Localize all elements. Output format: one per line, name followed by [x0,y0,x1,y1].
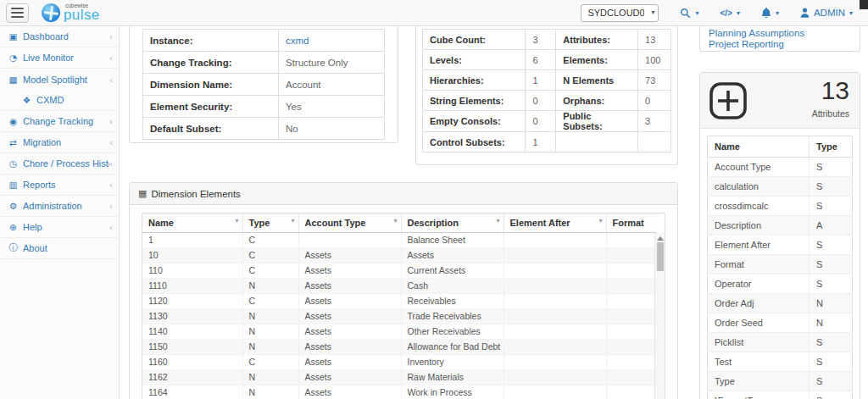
chevron-left-icon: ‹ [109,180,113,190]
element-row[interactable]: 1 C Balance Sheet [142,232,656,247]
element-description: Cash [401,278,504,293]
chevron-down-icon: ▾ [849,9,853,17]
chevron-down-icon: ▾ [776,9,779,17]
stat-value: 1 [526,132,556,152]
element-row[interactable]: 1150 N Assets Allowance for Bad Debt [142,339,656,354]
attribute-type: S [810,177,853,197]
attribute-name: Test [708,352,810,372]
stats-row: Levels: 6 Elements: 100 [423,50,671,70]
chevron-down-icon[interactable]: ▾ [235,217,238,224]
hamburger-menu-button[interactable] [6,3,29,23]
element-account-type: Assets [298,324,401,339]
element-after [504,247,606,263]
navbar-right-controls: SYDCLOUD01 ▾ ▾ </> ▾ ▾ ADMIN ▾ [581,4,853,22]
scroll-up-arrow-icon[interactable] [657,236,664,241]
element-description: Inventory [401,354,504,369]
server-select[interactable]: SYDCLOUD01 [581,4,659,22]
attribute-type: S [810,197,853,216]
notifications-menu[interactable]: ▾ [761,8,779,19]
element-format [606,278,656,293]
dimension-elements-title: Dimension Elements [151,189,240,199]
cubes-icon: ❖ [20,95,33,105]
sidebar-item[interactable]: ⊕ Help ‹ [0,217,119,238]
chevron-down-icon[interactable]: ▾ [496,217,499,224]
grid-scrollbar[interactable] [654,233,665,399]
element-row[interactable]: 110 C Assets Current Assets [142,263,656,278]
sidebar-item[interactable]: ◉ Change Tracking ‹ [0,111,119,132]
sidebar-item[interactable]: ⇄ Migration ‹ [0,132,119,153]
stats-row: Hierarchies: 1 N Elements 73 [423,70,671,91]
grid-column-header[interactable]: Account Type ▾ [298,213,401,232]
attributes-count: 13 [821,76,849,105]
attribute-name: Format [708,255,810,274]
element-description: Trade Receivables [401,308,504,324]
attribute-row: Test S [708,352,853,372]
spotlight-link[interactable]: Project Reporting [709,39,851,50]
spotlight-link[interactable]: Planning Assumptions [709,28,851,39]
sidebar-item[interactable]: ⚙ Administration ‹ [0,196,119,217]
element-type: N [242,308,298,324]
element-row[interactable]: 1110 N Assets Cash [142,278,656,293]
sidebar-item[interactable]: ▥ Reports ‹ [0,175,119,196]
element-row[interactable]: 10 C Assets Assets [142,247,656,263]
info-label: Change Tracking: [143,52,279,74]
chevron-down-icon[interactable]: ▾ [291,217,294,224]
attribute-type: S [810,372,853,391]
grid-column-header[interactable]: Description ▾ [401,213,504,232]
attribute-row: Order Seed N [708,313,853,333]
element-format [606,232,656,247]
sidebar-item[interactable]: ❖ CXMD ‹ [0,90,119,111]
element-account-type: Assets [298,369,401,385]
chevron-down-icon[interactable]: ▾ [598,217,602,224]
stat-label: Cube Count: [423,30,526,50]
element-row[interactable]: 1140 N Assets Other Receivables [142,324,656,339]
sidebar-item[interactable]: ▣ Dashboard ‹ [0,26,119,47]
element-row[interactable]: 1162 N Assets Raw Materials [142,369,656,385]
scrollbar-thumb[interactable] [657,242,664,271]
sidebar-item[interactable]: ▦ Model Spotlight ‹ [0,69,119,90]
pulse-logo[interactable]: cubewise pulse [42,3,100,23]
grid-column-header[interactable]: Name ▾ [142,213,242,232]
code-menu[interactable]: </> ▾ [720,8,739,18]
element-name: 1130 [142,308,242,324]
info-label: Element Security: [143,96,279,118]
attribute-row: calculation S [708,177,853,197]
element-row[interactable]: 1130 N Assets Trade Receivables [142,308,656,324]
element-row[interactable]: 1164 N Assets Work in Process [142,385,656,399]
attribute-name: Order Adj [708,294,810,313]
code-icon: </> [720,8,732,18]
stat-label: Levels: [423,50,526,70]
element-name: 1110 [142,278,242,293]
element-format [606,247,656,263]
sidebar-item[interactable]: ⓘ About ‹ [0,238,119,259]
admin-menu[interactable]: ADMIN ▾ [800,8,853,18]
grid-column-header[interactable]: Type ▾ [242,213,298,232]
element-row[interactable]: 1120 C Assets Receivables [142,293,656,308]
sidebar-item[interactable]: ◷ Chore / Process History ‹ [0,153,119,175]
chevron-down-icon[interactable]: ▾ [393,217,397,224]
element-account-type: Assets [298,247,401,263]
element-format [606,369,656,385]
eye-icon: ◉ [7,116,19,126]
attribute-type: A [810,216,853,236]
instance-link[interactable]: cxmd [279,30,385,52]
dimension-elements-panel: ▦ Dimension Elements Name ▾ Type ▾ Accou… [129,182,678,399]
grid-column-header[interactable]: Element After ▾ [504,213,606,232]
sidebar-item[interactable]: ◔ Live Monitor ‹ [0,47,119,69]
server-select-wrap: SYDCLOUD01 ▾ [581,4,659,22]
chevron-left-icon: ‹ [109,116,113,126]
element-row[interactable]: 1160 C Assets Inventory [142,354,656,369]
grid-column-header[interactable]: Format ▾ [606,213,656,232]
clock-icon: ◷ [7,158,19,169]
chevron-left-icon: ‹ [109,75,113,85]
bell-icon [761,8,771,19]
top-navbar: cubewise pulse SYDCLOUD01 ▾ ▾ </> ▾ ▾ AD… [0,0,868,26]
info-label: Instance: [143,30,279,52]
search-icon [680,8,691,19]
search-menu[interactable]: ▾ [680,8,698,19]
element-after [504,324,606,339]
element-type: C [242,354,298,369]
info-row: Change Tracking: Structure Only [143,52,385,74]
element-format [606,263,656,278]
attribute-row: Picklist S [708,333,853,352]
